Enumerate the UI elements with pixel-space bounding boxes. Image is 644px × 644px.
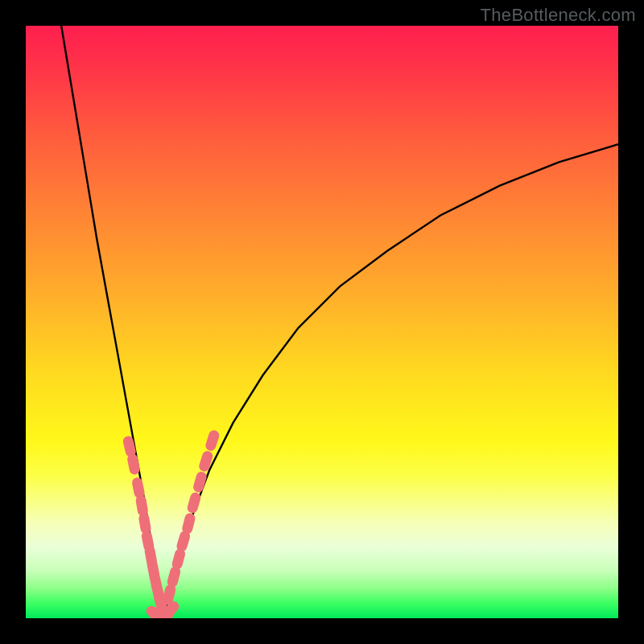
plot-area — [26, 26, 618, 618]
marker-point — [198, 450, 214, 473]
markers-left — [122, 435, 171, 618]
watermark-text: TheBottleneck.com — [481, 5, 636, 26]
chart-svg — [26, 26, 618, 618]
markers-right — [161, 429, 220, 606]
marker-point — [126, 453, 141, 476]
marker-point — [181, 512, 196, 535]
chart-frame: TheBottleneck.com — [0, 0, 644, 644]
marker-point — [204, 429, 221, 452]
marker-point — [186, 491, 202, 514]
marker-point — [131, 477, 146, 499]
